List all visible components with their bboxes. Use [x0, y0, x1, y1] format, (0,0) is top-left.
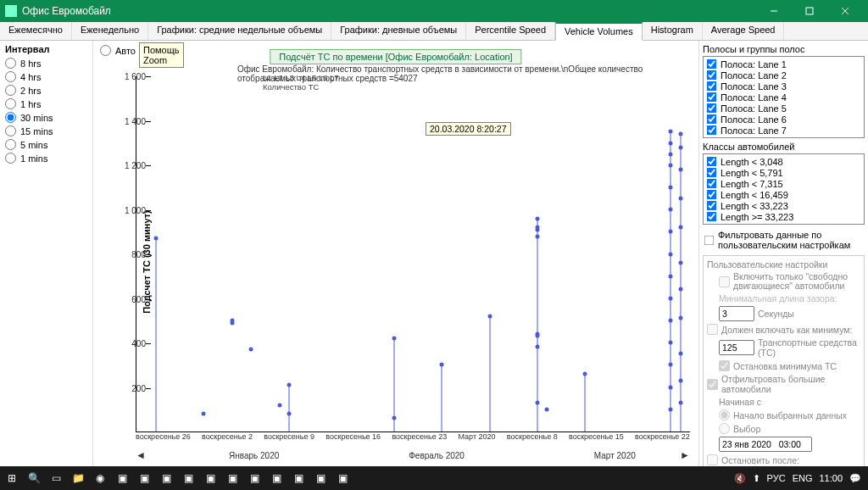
- system-tray[interactable]: 🔇 ⬆ РУС ENG 11:00 💬: [734, 473, 866, 484]
- lane-1-check[interactable]: Полоса: Lane 1: [705, 58, 862, 70]
- app-icon-11[interactable]: ▣: [332, 468, 353, 488]
- tab-histogram[interactable]: Histogram: [643, 22, 703, 40]
- start-begin-radio: [719, 409, 730, 420]
- interval-panel: Интервал 8 hrs 4 hrs 2 hrs 1 hrs 30 mins…: [0, 41, 93, 466]
- window-close-button[interactable]: [827, 0, 863, 22]
- interval-4hrs[interactable]: 4 hrs: [5, 71, 87, 82]
- class-3-check[interactable]: Length < 16,459: [705, 189, 862, 200]
- ytick: 1 200: [119, 161, 146, 170]
- app-icon-10[interactable]: ▣: [310, 468, 331, 488]
- interval-2hrs[interactable]: 2 hrs: [5, 85, 87, 96]
- gap-value-input[interactable]: [719, 306, 754, 321]
- lane-4-check[interactable]: Полоса: Lane 4: [705, 92, 862, 103]
- app-icon-5[interactable]: ▣: [200, 468, 220, 488]
- month-next-arrow[interactable]: ►: [680, 449, 690, 461]
- window-minimize-button[interactable]: [756, 0, 792, 22]
- lanes-header: Полосы и группы полос: [703, 44, 865, 54]
- chart-area: Авто Помощь Zoom Подсчёт ТС по времени […: [93, 41, 698, 466]
- chart-month-scroller[interactable]: ◄ Январь 2020 Февраль 2020 Март 2020 ►: [136, 449, 690, 461]
- lane-6-check[interactable]: Полоса: Lane 6: [705, 114, 862, 125]
- window-title: Офис Евромобайл: [22, 5, 756, 17]
- app-icon-3[interactable]: ▣: [156, 468, 176, 488]
- tab-daily-volumes[interactable]: Графики: дневные объемы: [331, 22, 466, 40]
- chart-axes[interactable]: [136, 76, 690, 432]
- app-icon-9[interactable]: ▣: [288, 468, 309, 488]
- tab-vehicle-volumes[interactable]: Vehicle Volumes: [555, 22, 643, 41]
- start-select-radio: [719, 423, 730, 434]
- help-tooltip: Помощь Zoom: [139, 42, 184, 68]
- chart-title: Подсчёт ТС по времени [Офис Евромобайл: …: [270, 49, 521, 64]
- classes-list: Length < 3,048 Length < 5,791 Length < 7…: [703, 153, 865, 225]
- tray-volume-icon[interactable]: 🔇: [734, 473, 746, 484]
- ytick: 1 600: [119, 72, 146, 81]
- tab-weekly-volumes[interactable]: Графики: средние недельные объемы: [148, 22, 331, 40]
- classes-header: Классы автомобилей: [703, 142, 865, 152]
- interval-8hrs[interactable]: 8 hrs: [5, 58, 87, 69]
- lane-2-check[interactable]: Полоса: Lane 2: [705, 70, 862, 81]
- lanes-list: Полоса: Lane 1 Полоса: Lane 2 Полоса: La…: [703, 56, 865, 138]
- tab-average-speed[interactable]: Average Speed: [703, 22, 785, 40]
- ytick: 200: [119, 383, 146, 393]
- tab-weekly[interactable]: Еженедельно: [72, 22, 148, 40]
- svg-rect-0: [806, 8, 813, 14]
- free-moving-check: [719, 276, 730, 287]
- user-filter-box: Пользовательские настройки Включить толь…: [703, 255, 865, 466]
- auto-radio[interactable]: Авто: [100, 45, 136, 56]
- lane-3-check[interactable]: Полоса: Lane 3: [705, 81, 862, 92]
- stop-min-check: [719, 360, 730, 371]
- window-titlebar: Офис Евромобайл: [0, 0, 868, 22]
- lane-7-check[interactable]: Полоса: Lane 7: [705, 125, 862, 136]
- ytick: 1 000: [119, 205, 146, 214]
- app-icon-4[interactable]: ▣: [178, 468, 198, 488]
- tray-lang1[interactable]: РУС: [767, 473, 786, 483]
- class-5-check[interactable]: Length >= 33,223: [705, 211, 862, 222]
- windows-taskbar[interactable]: ⊞ 🔍 ▭ 📁 ◉ ▣ ▣ ▣ ▣ ▣ ▣ ▣ ▣ ▣ ▣ ▣ 🔇 ⬆ РУС …: [0, 466, 868, 490]
- chart-xticks: воскресенье 26воскресенье 2воскресенье 9…: [136, 432, 690, 448]
- window-maximize-button[interactable]: [792, 0, 827, 22]
- start-date-input[interactable]: [719, 437, 812, 452]
- must-include-check: [707, 324, 718, 335]
- app-icon-2[interactable]: ▣: [134, 468, 154, 488]
- ytick: 400: [119, 339, 146, 348]
- taskview-icon[interactable]: ▭: [46, 468, 66, 488]
- interval-1hrs[interactable]: 1 hrs: [5, 98, 87, 109]
- tray-lang2[interactable]: ENG: [793, 473, 813, 483]
- chrome-icon[interactable]: ◉: [90, 468, 110, 488]
- ytick: 600: [119, 294, 146, 303]
- app-icon-6[interactable]: ▣: [222, 468, 242, 488]
- interval-15mins[interactable]: 15 mins: [5, 125, 87, 136]
- interval-1mins[interactable]: 1 mins: [5, 153, 87, 164]
- ytick: 800: [119, 250, 146, 259]
- ytick: 1 400: [119, 116, 146, 125]
- interval-5mins[interactable]: 5 mins: [5, 139, 87, 150]
- explorer-icon[interactable]: 📁: [68, 468, 88, 488]
- interval-header: Интервал: [5, 44, 87, 54]
- class-4-check[interactable]: Length < 33,223: [705, 200, 862, 211]
- search-icon[interactable]: 🔍: [24, 468, 44, 488]
- app-icon: [5, 5, 17, 17]
- app-icon-8[interactable]: ▣: [266, 468, 287, 488]
- class-2-check[interactable]: Length < 7,315: [705, 178, 862, 189]
- tray-notifications-icon[interactable]: 💬: [849, 473, 861, 484]
- class-1-check[interactable]: Length < 5,791: [705, 167, 862, 178]
- tab-monthly[interactable]: Ежемесячно: [0, 22, 72, 40]
- app-icon-7[interactable]: ▣: [244, 468, 264, 488]
- interval-30mins[interactable]: 30 mins: [5, 112, 87, 123]
- tab-percentile-speed[interactable]: Percentile Speed: [466, 22, 555, 40]
- bigcar-check: [707, 379, 718, 390]
- filters-panel: Полосы и группы полос Полоса: Lane 1 Пол…: [698, 41, 868, 466]
- start-button[interactable]: ⊞: [2, 468, 22, 488]
- lane-5-check[interactable]: Полоса: Lane 5: [705, 103, 862, 114]
- app-icon-1[interactable]: ▣: [112, 468, 132, 488]
- tray-clock[interactable]: 11:00: [819, 473, 843, 483]
- class-0-check[interactable]: Length < 3,048: [705, 156, 862, 167]
- main-tabstrip: Ежемесячно Еженедельно Графики: средние …: [0, 22, 868, 41]
- stop-after-check: [707, 454, 718, 465]
- must-value-input[interactable]: [719, 340, 754, 355]
- tray-network-icon[interactable]: ⬆: [753, 473, 760, 484]
- month-prev-arrow[interactable]: ◄: [136, 449, 146, 461]
- user-filter-check[interactable]: Фильтровать данные по пользовательским н…: [703, 230, 865, 250]
